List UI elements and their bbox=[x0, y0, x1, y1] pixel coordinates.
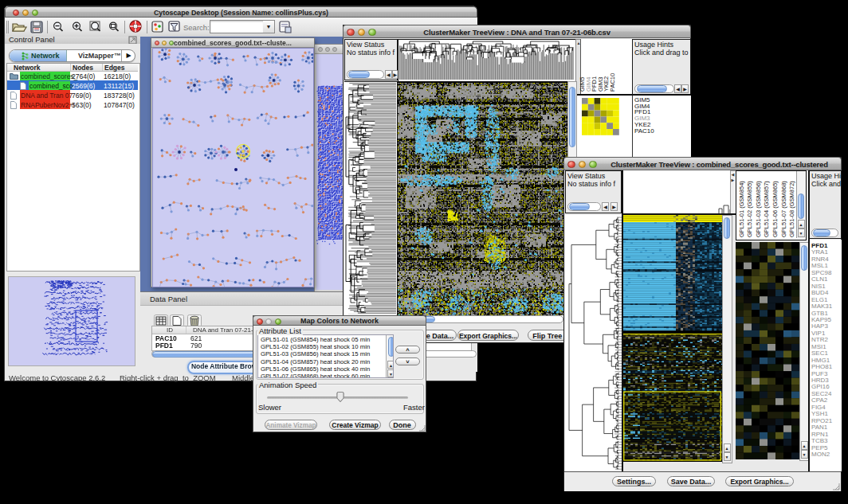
svg-text:Search:: Search: bbox=[183, 23, 210, 32]
